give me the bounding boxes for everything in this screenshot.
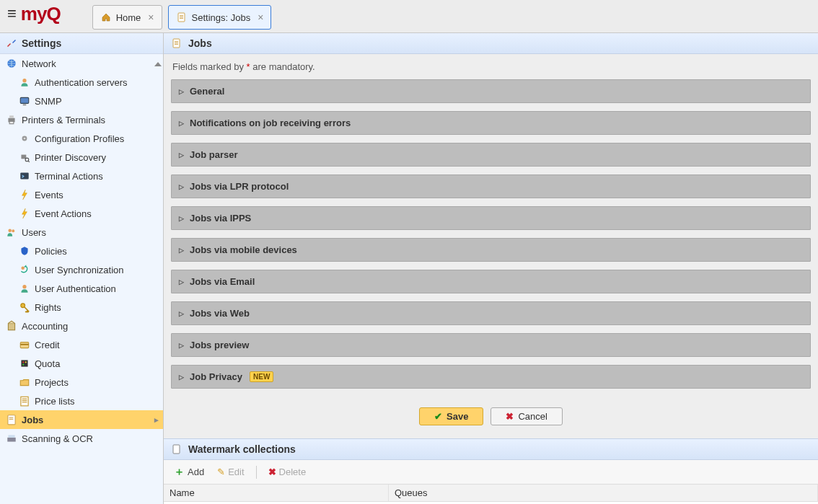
add-label: Add [188,467,204,477]
sidebar-item-credit[interactable]: Credit [0,335,163,354]
sidebar-item-accounting[interactable]: Accounting [0,317,163,335]
menu-toggle[interactable]: ≡ [4,4,21,29]
top-bar: ≡ myQ Home × Settings: Jobs × [0,0,818,33]
sidebar-item-projects[interactable]: Projects [0,373,163,392]
section-label: Jobs via IPPS [190,213,251,224]
document-icon [176,12,188,23]
sidebar-item-price-lists[interactable]: Price lists [0,392,163,410]
content-header: Jobs [164,33,818,54]
bolt-icon [19,208,30,219]
mandatory-note: Fields marked by * are mandatory. [164,54,818,79]
delete-button[interactable]: ✖ Delete [263,464,312,479]
settings-tree[interactable]: NetworkAuthentication serversSNMPPrinter… [0,54,163,502]
mandatory-prefix: Fields marked by [172,61,247,72]
svg-point-27 [22,364,24,366]
chevron-right-icon: ▸ [154,415,159,425]
svg-rect-33 [9,417,14,418]
section-jobs-via-ipps[interactable]: ▷Jobs via IPPS [171,206,811,230]
sidebar-item-rights[interactable]: Rights [0,298,163,317]
add-button[interactable]: ＋ Add [168,463,210,481]
sidebar-item-label: User Synchronization [35,265,124,275]
cancel-label: Cancel [518,411,547,422]
svg-rect-21 [8,324,14,330]
section-label: Job parser [190,149,237,160]
terminal-icon [19,170,30,182]
watermark-toolbar: ＋ Add ✎ Edit ✖ Delete [164,460,818,485]
tab-home-close[interactable]: × [148,12,154,23]
svg-rect-35 [7,438,15,442]
tab-settings-jobs[interactable]: Settings: Jobs × [168,5,272,30]
svg-rect-9 [9,115,14,118]
section-jobs-via-email[interactable]: ▷Jobs via Email [171,270,811,293]
sidebar-title: Settings [22,37,61,49]
sidebar-item-events[interactable]: Events [0,185,163,204]
svg-rect-13 [21,155,26,159]
toolbar-separator [256,466,257,479]
sidebar-item-printers-terminals[interactable]: Printers & Terminals [0,110,163,129]
card-icon [19,339,30,350]
column-queues[interactable]: Queues [389,485,818,501]
sidebar-item-users[interactable]: Users [0,223,163,242]
section-label: Jobs via LPR protocol [190,181,289,192]
person-icon [19,283,30,294]
svg-point-16 [8,229,12,232]
sidebar-item-policies[interactable]: Policies [0,242,163,260]
document-icon [171,443,182,455]
sidebar-item-user-authentication[interactable]: User Authentication [0,279,163,298]
svg-rect-34 [9,419,14,420]
tab-home[interactable]: Home × [92,5,162,30]
sidebar-item-event-actions[interactable]: Event Actions [0,204,163,223]
sidebar-item-label: Accounting [22,321,68,332]
sidebar-item-scanning-ocr[interactable]: Scanning & OCR [0,429,163,448]
svg-point-19 [22,285,26,288]
chevron-right-icon: ▷ [179,215,184,222]
sidebar-item-quota[interactable]: Quota [0,354,163,373]
sidebar-item-printer-discovery[interactable]: Printer Discovery [0,148,163,167]
save-button[interactable]: ✔ Save [419,407,483,425]
section-jobs-via-mobile-devices[interactable]: ▷Jobs via mobile devices [171,238,811,262]
gear-icon [19,133,30,144]
sidebar-item-label: Authentication servers [35,77,128,88]
svg-point-12 [24,138,26,140]
edit-button[interactable]: ✎ Edit [211,464,250,479]
watermark-header: Watermark collections [164,438,818,460]
section-job-privacy[interactable]: ▷Job PrivacyNEW [171,365,811,389]
page-title: Jobs [188,37,212,49]
svg-rect-10 [9,121,14,123]
svg-rect-7 [23,105,27,106]
workspace: Settings NetworkAuthentication serversSN… [0,33,818,504]
section-label: Jobs via Web [190,308,250,319]
section-jobs-via-lpr-protocol[interactable]: ▷Jobs via LPR protocol [171,174,811,198]
section-jobs-preview[interactable]: ▷Jobs preview [171,333,811,357]
sidebar-item-label: Scanning & OCR [22,433,93,444]
sidebar-item-jobs[interactable]: Jobs▸ [0,410,163,429]
sidebar-item-label: Printers & Terminals [22,115,105,125]
sidebar-item-terminal-actions[interactable]: Terminal Actions [0,167,163,185]
save-label: Save [447,411,468,422]
chevron-right-icon: ▷ [179,373,184,381]
folder-icon [19,376,30,388]
section-notifications-on-job-receiving-errors[interactable]: ▷Notifications on job receiving errors [171,111,811,135]
section-general[interactable]: ▷General [171,79,811,103]
svg-rect-24 [21,360,27,366]
document-icon [171,37,182,49]
section-job-parser[interactable]: ▷Job parser [171,143,811,167]
cancel-button[interactable]: ✖ Cancel [491,407,562,425]
watermark-title: Watermark collections [188,443,296,455]
sidebar-item-label: Quota [35,358,60,369]
section-jobs-via-web[interactable]: ▷Jobs via Web [171,301,811,325]
sidebar-item-user-synchronization[interactable]: User Synchronization [0,260,163,279]
sidebar-item-network[interactable]: Network [0,54,163,73]
svg-rect-38 [175,41,178,42]
content-pane: Jobs Fields marked by * are mandatory. ▷… [164,33,818,504]
sidebar-item-label: Printer Discovery [35,152,106,163]
tab-settings-jobs-label: Settings: Jobs [192,12,251,23]
sidebar-item-configuration-profiles[interactable]: Configuration Profiles [0,129,163,148]
tab-settings-jobs-close[interactable]: × [258,12,263,23]
sidebar-item-authentication-servers[interactable]: Authentication servers [0,73,163,92]
svg-point-25 [22,361,24,363]
sidebar-item-snmp[interactable]: SNMP [0,92,163,110]
sync-icon [19,264,30,275]
app-logo: myQ [21,3,71,30]
column-name[interactable]: Name [164,485,389,501]
